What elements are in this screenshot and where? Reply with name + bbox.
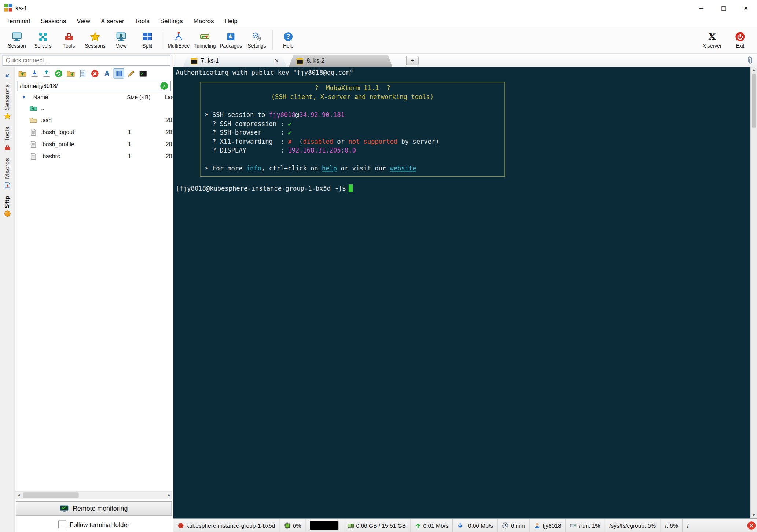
split-button[interactable]: Split	[134, 28, 160, 52]
file-table: ▼ Name Size (KB) Last modified ..	[15, 92, 173, 162]
file-icon	[29, 128, 37, 136]
status-disk-root: /: 6%	[661, 519, 683, 532]
monitoring-icon	[60, 505, 69, 512]
status-close-icon[interactable]: ✕	[747, 521, 756, 529]
servers-icon	[38, 32, 48, 42]
status-cpu: 0%	[280, 519, 306, 532]
xserver-button[interactable]: X X server	[697, 28, 727, 52]
stop-icon[interactable]	[89, 68, 100, 79]
sidebar-tab-tools[interactable]: Tools	[4, 126, 11, 151]
terminal-small-icon[interactable]	[137, 68, 148, 79]
file-icon	[29, 140, 37, 148]
menu-help[interactable]: Help	[219, 15, 243, 27]
view-button[interactable]: View	[108, 28, 134, 52]
menu-xserver[interactable]: X server	[96, 15, 130, 27]
close-button[interactable]: ×	[735, 0, 757, 15]
status-ram: 0.66 GB / 15.51 GB	[343, 519, 411, 532]
clock-icon	[502, 522, 508, 529]
file-row-parent[interactable]: ..	[15, 102, 173, 114]
tab-ks-2[interactable]: 8. ks-2	[289, 55, 393, 67]
file-row[interactable]: .ssh 20	[15, 114, 173, 126]
terminal-area[interactable]: Authenticating with public key "fjy8018@…	[173, 67, 757, 518]
menu-macros[interactable]: Macros	[188, 15, 219, 27]
collapse-sidebar-button[interactable]: «	[5, 71, 9, 79]
new-file-icon[interactable]	[77, 68, 88, 79]
folder-parent-icon	[29, 104, 37, 112]
column-header-modified[interactable]: Last modified	[165, 94, 173, 100]
column-header-size[interactable]: Size (KB)	[127, 94, 165, 100]
packages-button[interactable]: Packages	[218, 28, 244, 52]
disk-icon	[570, 522, 577, 529]
sftp-panel: A ✓ ▼	[15, 67, 173, 532]
menu-sessions[interactable]: Sessions	[35, 15, 71, 27]
follow-checkbox[interactable]	[59, 521, 66, 528]
sftp-icon	[4, 210, 11, 217]
host-icon	[178, 522, 184, 529]
tab-ks-1[interactable]: 7. ks-1 ✕	[183, 55, 287, 67]
refresh-icon[interactable]	[53, 68, 64, 79]
toolbar-separator	[272, 30, 273, 50]
download-arrow-icon	[457, 522, 463, 529]
terminal-scrollbar[interactable]: ▲ ▼	[750, 67, 757, 518]
horizontal-scrollbar[interactable]: ◄ ►	[15, 491, 172, 499]
new-folder-icon[interactable]	[65, 68, 76, 79]
multiexec-icon	[173, 32, 184, 42]
edit-icon[interactable]	[125, 68, 136, 79]
follow-terminal-folder[interactable]: Follow terminal folder	[15, 517, 173, 532]
menu-terminal[interactable]: Terminal	[1, 15, 36, 27]
file-row[interactable]: .bash_profile 1 20	[15, 138, 173, 150]
new-tab-button[interactable]: +	[406, 56, 419, 65]
gear-icon	[251, 32, 262, 42]
file-table-header[interactable]: ▼ Name Size (KB) Last modified	[15, 92, 173, 102]
sessions-star-icon	[4, 113, 11, 120]
servers-button[interactable]: Servers	[30, 28, 56, 52]
sidebar-tab-sessions[interactable]: Sessions	[4, 84, 11, 120]
tools-button[interactable]: Tools	[56, 28, 82, 52]
quick-connect-input[interactable]	[3, 55, 170, 66]
status-disk-truncated: /	[683, 519, 747, 532]
menu-settings[interactable]: Settings	[155, 15, 188, 27]
svg-text:A: A	[104, 70, 109, 77]
view-columns-icon[interactable]	[113, 68, 124, 79]
scroll-right-icon[interactable]: ►	[166, 493, 172, 498]
exit-button[interactable]: Exit	[727, 28, 753, 52]
download-icon[interactable]	[29, 68, 40, 79]
sidebar-tab-sftp[interactable]: Sftp	[4, 195, 11, 217]
scroll-up-icon[interactable]: ▲	[753, 67, 755, 73]
sessions-button[interactable]: Sessions	[82, 28, 108, 52]
tunneling-button[interactable]: Tunneling	[192, 28, 218, 52]
maximize-button[interactable]: □	[713, 0, 735, 15]
session-button[interactable]: Session	[4, 28, 30, 52]
remote-monitoring-button[interactable]: Remote monitoring	[16, 501, 172, 516]
tools-small-icon	[4, 144, 11, 151]
sftp-path-row: ✓	[15, 80, 173, 92]
column-header-name[interactable]: Name	[26, 94, 127, 100]
minimize-button[interactable]: –	[690, 0, 713, 15]
terminal-scrollbar-thumb[interactable]	[752, 74, 756, 128]
scrollbar-thumb[interactable]	[23, 492, 78, 498]
sidebar-tab-macros[interactable]: Macros	[4, 158, 11, 188]
file-row[interactable]: .bashrc 1 20	[15, 150, 173, 162]
tunneling-icon	[199, 32, 210, 42]
packages-icon	[225, 32, 236, 42]
scroll-down-icon[interactable]: ▼	[753, 512, 755, 518]
attachments-icon[interactable]	[746, 56, 753, 65]
scroll-left-icon[interactable]: ◄	[15, 493, 22, 498]
upload-icon[interactable]	[41, 68, 52, 79]
settings-button[interactable]: Settings	[244, 28, 270, 52]
help-button[interactable]: ? Help	[275, 28, 301, 52]
folder-up-icon[interactable]	[17, 68, 27, 79]
status-bar: kubesphere-instance-group-1-bx5d 0%	[173, 518, 757, 532]
status-uptime: 6 min	[498, 519, 530, 532]
menu-view[interactable]: View	[71, 15, 96, 27]
menu-tools[interactable]: Tools	[129, 15, 155, 27]
tab-close-icon[interactable]: ✕	[275, 58, 279, 64]
toolbox-icon	[64, 32, 74, 42]
sftp-path-input[interactable]	[17, 81, 171, 91]
terminal-tab-bar: 7. ks-1 ✕ 8. ks-2 +	[173, 54, 757, 67]
multiexec-button[interactable]: MultiExec	[166, 28, 192, 52]
file-row[interactable]: .bash_logout 1 20	[15, 126, 173, 138]
menu-bar: Terminal Sessions View X server Tools Se…	[0, 15, 757, 27]
encoding-icon[interactable]: A	[102, 68, 112, 79]
view-icon	[116, 32, 126, 42]
